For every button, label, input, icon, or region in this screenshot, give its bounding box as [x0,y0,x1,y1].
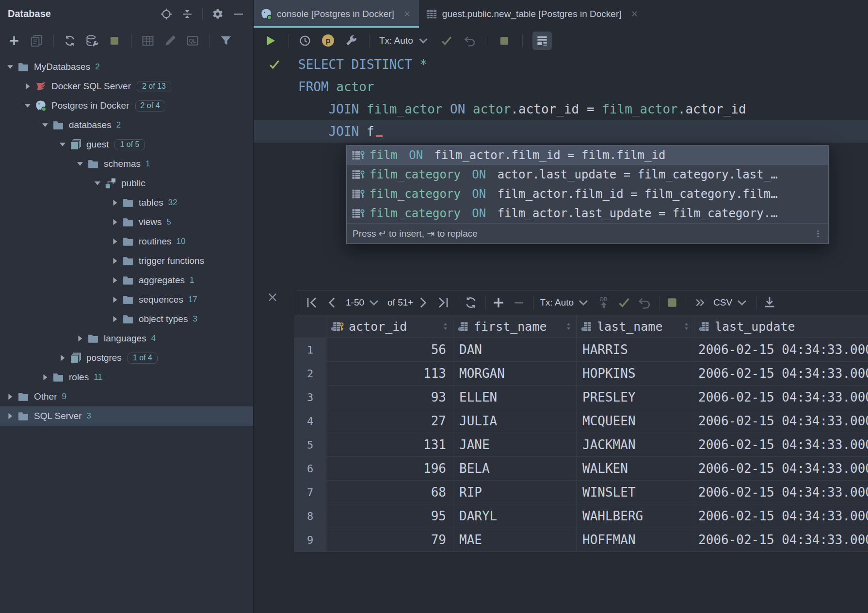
table-row-9[interactable]: 979MAEHOFFMAN2006-02-15 04:34:33.000000 [294,528,868,552]
cell-last_name[interactable]: WINSLET [577,481,694,504]
edit-pencil-icon[interactable] [164,34,177,47]
table-row-8[interactable]: 895DARYLWAHLBERG2006-02-15 04:34:33.0000… [294,504,868,528]
query-console-icon[interactable]: QL [186,34,199,47]
delete-row-icon[interactable] [512,296,526,309]
duplicate-icon[interactable] [30,34,43,47]
tree-node-guest[interactable]: guest1 of 5 [0,135,253,154]
chevron-expanded-icon[interactable] [91,178,104,189]
tree-node-tables[interactable]: tables32 [0,193,253,212]
query-history-icon[interactable] [299,34,311,47]
cell-last_name[interactable]: WAHLBERG [577,504,694,528]
cell-last_update[interactable]: 2006-02-15 04:34:33.000000 [694,481,868,504]
cell-actor_id[interactable]: 79 [326,528,453,551]
table-row-5[interactable]: 5131JANEJACKMAN2006-02-15 04:34:33.00000… [294,433,868,457]
add-row-icon[interactable] [492,296,505,309]
chevron-collapsed-icon[interactable] [109,217,121,227]
tree-node-routines[interactable]: routines10 [0,232,253,251]
column-header-actor_id[interactable]: actor_id [326,315,453,338]
column-header-last_name[interactable]: last_name [577,315,694,338]
chevron-expanded-icon[interactable] [39,120,51,130]
run-icon[interactable] [264,34,277,47]
cell-first_name[interactable]: RIP [453,481,577,504]
chevron-collapsed-icon[interactable] [4,391,16,402]
chevron-collapsed-icon[interactable] [39,372,51,383]
close-tab-icon[interactable] [630,10,639,18]
tree-node-object-types[interactable]: object types3 [0,309,253,329]
table-row-7[interactable]: 768RIPWINSLET2006-02-15 04:34:33.000000 [294,481,868,504]
download-icon[interactable] [763,296,776,309]
cell-last_update[interactable]: 2006-02-15 04:34:33.000000 [694,362,868,385]
cell-first_name[interactable]: DAN [453,338,577,361]
cell-last_update[interactable]: 2006-02-15 04:34:33.000000 [694,409,868,433]
collapse-all-icon[interactable] [181,8,193,20]
tab-new-table[interactable]: guest.public.new_table [Postgres in Dock… [419,0,646,28]
tree-node-postgres-in-docker[interactable]: Postgres in Docker2 of 4 [0,96,253,115]
cell-last_name[interactable]: JACKMAN [577,433,694,456]
prev-page-icon[interactable] [325,296,339,309]
tx-mode-select[interactable]: Tx: Auto [540,297,574,308]
tree-node-mydatabases[interactable]: MyDatabases2 [0,57,253,77]
session-badge[interactable]: p [322,34,334,47]
chevron-collapsed-icon[interactable] [109,236,121,247]
cell-actor_id[interactable]: 68 [326,481,453,504]
cell-first_name[interactable]: DARYL [453,504,577,528]
cell-first_name[interactable]: BELA [453,457,577,480]
locate-icon[interactable] [161,8,172,20]
export-chevrons-icon[interactable] [693,296,707,309]
datasource-properties-icon[interactable] [86,34,98,47]
sort-arrows-icon[interactable] [442,322,449,331]
cell-last_update[interactable]: 2006-02-15 04:34:33.000000 [694,338,868,361]
cell-last_name[interactable]: HOPKINS [577,362,694,385]
tree-node-languages[interactable]: languages4 [0,329,253,348]
table-icon[interactable] [142,34,154,47]
chevron-collapsed-icon[interactable] [109,275,121,286]
tab-console[interactable]: console [Postgres in Docker] [254,0,419,28]
cell-last_name[interactable]: HARRIS [577,338,694,361]
chevron-collapsed-icon[interactable] [74,333,86,344]
panel-splitter[interactable] [253,0,254,613]
chevron-expanded-icon[interactable] [21,100,34,111]
reload-data-icon[interactable] [464,296,478,309]
cell-last_name[interactable]: MCQUEEN [577,409,694,433]
chevron-expanded-icon[interactable] [56,139,69,150]
table-row-4[interactable]: 427JULIAMCQUEEN2006-02-15 04:34:33.00000… [294,409,868,433]
tree-node-schemas[interactable]: schemas1 [0,154,253,174]
chevron-collapsed-icon[interactable] [109,294,121,305]
page-range-select[interactable]: 1-50 [346,297,364,308]
chevron-expanded-icon[interactable] [4,62,16,72]
last-page-icon[interactable] [436,296,450,309]
table-row-2[interactable]: 2113MORGANHOPKINS2006-02-15 04:34:33.000… [294,362,868,386]
chevron-down-icon[interactable] [417,34,430,47]
tree-node-public[interactable]: public [0,174,253,193]
chevron-collapsed-icon[interactable] [109,256,121,266]
tree-node-trigger-functions[interactable]: trigger functions [0,251,253,271]
table-row-6[interactable]: 6196BELAWALKEN2006-02-15 04:34:33.000000 [294,457,868,481]
cell-first_name[interactable]: JULIA [453,409,577,433]
tree-node-sql-server[interactable]: SQL Server3 [0,406,253,426]
filter-icon[interactable] [220,34,232,47]
chevron-collapsed-icon[interactable] [109,197,121,208]
cell-first_name[interactable]: ELLEN [453,386,577,409]
rollback-icon[interactable] [638,296,651,309]
cell-actor_id[interactable]: 56 [326,338,453,361]
sort-arrows-icon[interactable] [683,322,690,331]
chevron-down-icon[interactable] [577,296,590,309]
tree-node-roles[interactable]: roles11 [0,368,253,387]
chevron-down-icon[interactable] [367,296,381,309]
cell-last_update[interactable]: 2006-02-15 04:34:33.000000 [694,386,868,409]
sql-editor[interactable]: SELECT DISTINCT *FROM actor JOIN film_ac… [254,53,868,143]
completion-item-2[interactable]: film_category ON film_actor.film_id = fi… [347,184,828,204]
cell-last_update[interactable]: 2006-02-15 04:34:33.000000 [694,504,868,528]
stop-icon[interactable] [108,34,121,47]
cell-last_name[interactable]: HOFFMAN [577,528,694,551]
completion-item-3[interactable]: film_category ON film_actor.last_update … [347,204,828,223]
tx-mode-select[interactable]: Tx: Auto [379,35,413,46]
cell-actor_id[interactable]: 196 [326,457,453,480]
cell-first_name[interactable]: MAE [453,528,577,551]
tree-node-databases[interactable]: databases2 [0,115,253,135]
settings-gear-icon[interactable] [212,8,224,20]
hide-panel-icon[interactable] [233,8,244,20]
completion-item-1[interactable]: film_category ON actor.last_update = fil… [347,165,828,184]
close-results-icon[interactable] [266,291,279,304]
cell-last_update[interactable]: 2006-02-15 04:34:33.000000 [694,433,868,456]
